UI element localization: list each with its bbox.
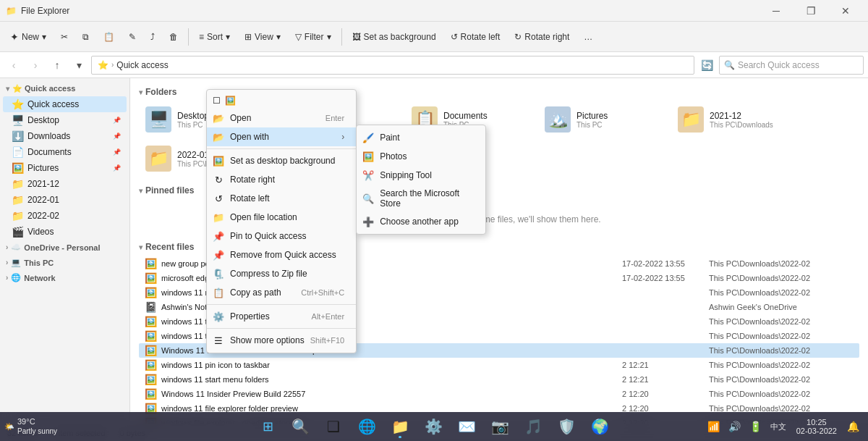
ctx-more[interactable]: ☰ Show more options Shift+F10 xyxy=(207,331,356,350)
taskbar-search[interactable]: 🔍 xyxy=(285,413,315,440)
sys-network-icon[interactable]: 📶 xyxy=(705,419,723,434)
taskbar-task-view[interactable]: ❑ xyxy=(318,413,349,440)
toolbar-paste[interactable]: 📋 xyxy=(98,29,120,45)
sidebar-item-quick-access[interactable]: ⭐ Quick access xyxy=(3,96,127,112)
rotate-right-button[interactable]: ↻ Rotate right xyxy=(509,29,575,45)
ctx-checkbox[interactable]: ☐ xyxy=(213,96,221,106)
taskbar-camera[interactable]: 📷 xyxy=(485,413,515,440)
file-loc-1: This PC\Downloads\2022-02 xyxy=(709,259,854,268)
ctx-copy-path[interactable]: 📋 Copy as path Ctrl+Shift+C xyxy=(207,283,356,302)
sub-paint[interactable]: 🖌️ Paint xyxy=(357,128,485,147)
onedrive-group[interactable]: › ☁️ OneDrive - Personal xyxy=(0,240,129,255)
toolbar-delete[interactable]: 🗑 xyxy=(163,29,184,45)
refresh-button[interactable]: 🔄 xyxy=(697,56,716,75)
file-loc-6: This PC\Downloads\2022-02 xyxy=(709,332,854,340)
toolbar-copy[interactable]: ⧉ xyxy=(77,29,95,45)
ctx-setbg-label: Set as desktop background xyxy=(230,156,344,166)
thispc-group[interactable]: › 💻 This PC xyxy=(0,255,129,270)
maximize-button[interactable]: ❐ xyxy=(794,0,827,22)
sidebar-item-videos[interactable]: 🎬 Videos xyxy=(3,224,127,240)
ctx-setbg-icon: 🖼️ xyxy=(213,155,224,167)
pictures-pin-icon: 📌 xyxy=(113,164,121,172)
toolbar-rename[interactable]: ✎ xyxy=(123,29,142,45)
filter-icon: ▽ xyxy=(295,32,302,42)
nav-up[interactable]: ↑ xyxy=(48,56,67,75)
ctx-pin[interactable]: 📌 Pin to Quick access xyxy=(207,227,356,245)
folder-pictures[interactable]: 🏔️ Pictures This PC xyxy=(538,101,668,138)
sys-notification-icon[interactable]: 🔔 xyxy=(844,419,862,434)
pinned-toggle[interactable]: ▾ xyxy=(139,187,142,195)
more-options-button[interactable]: … xyxy=(578,29,598,45)
weather-icon: 🌤️ xyxy=(4,422,14,432)
ctx-compress-label: Compress to Zip file xyxy=(230,269,344,279)
ctx-open-loc[interactable]: 📁 Open file location xyxy=(207,208,356,227)
pictures-folder-path: This PC xyxy=(576,121,608,129)
taskbar-shield[interactable]: 🛡️ xyxy=(551,413,582,440)
nav-forward[interactable]: › xyxy=(26,56,45,75)
quick-access-group[interactable]: ▾ ⭐ Quick access xyxy=(0,81,129,96)
ctx-remove-pin[interactable]: 📌 Remove from Quick access xyxy=(207,245,356,264)
file-row-8[interactable]: 🖼️ windows 11 pin icon to taskbar 2 12:2… xyxy=(139,358,859,372)
rotate-left-button[interactable]: ↺ Rotate left xyxy=(445,29,506,45)
ctx-compress[interactable]: 🗜️ Compress to Zip file xyxy=(207,264,356,283)
taskbar-edge[interactable]: 🌐 xyxy=(352,413,382,440)
app-icon: 📁 xyxy=(6,6,17,16)
nav-recent[interactable]: ▾ xyxy=(69,56,88,75)
toolbar-share[interactable]: ⤴ xyxy=(145,29,161,45)
sidebar: ▾ ⭐ Quick access ⭐ Quick access 🖥️ Deskt… xyxy=(0,78,130,424)
ctx-rotate-left[interactable]: ↺ Rotate left xyxy=(207,189,356,208)
ctx-rotate-right[interactable]: ↻ Rotate right xyxy=(207,170,356,189)
search-box[interactable]: 🔍 Search Quick access xyxy=(719,56,864,75)
minimize-button[interactable]: ─ xyxy=(760,0,793,22)
sidebar-item-2021-12[interactable]: 📁 2021-12 xyxy=(3,176,127,192)
sub-photos[interactable]: 🖼️ Photos xyxy=(357,147,485,166)
taskbar-settings[interactable]: ⚙️ xyxy=(418,413,448,440)
taskbar-file-explorer[interactable]: 📁 xyxy=(385,413,415,440)
pictures-icon: 🖼️ xyxy=(12,162,23,174)
address-path[interactable]: ⭐ › Quick access xyxy=(91,56,694,75)
sys-volume-icon[interactable]: 🔊 xyxy=(726,419,744,434)
weather-widget[interactable]: 🌤️ 39°C Partly sunny xyxy=(4,417,57,435)
sidebar-item-pictures[interactable]: 🖼️ Pictures 📌 xyxy=(3,160,127,176)
clock-date: 02-03-2022 xyxy=(796,427,837,435)
folder-2021-12[interactable]: 📁 2021-12 This PC\Downloads xyxy=(671,101,801,138)
sidebar-item-downloads[interactable]: ⬇️ Downloads 📌 xyxy=(3,128,127,144)
sub-choose[interactable]: ➕ Choose another app xyxy=(357,212,485,231)
settings-icon: ⚙️ xyxy=(425,418,443,435)
sys-lang-icon[interactable]: 中文 xyxy=(767,420,789,434)
sys-battery-icon[interactable]: 🔋 xyxy=(746,419,765,434)
ctx-compress-icon: 🗜️ xyxy=(213,268,224,280)
sub-snipping[interactable]: ✂️ Snipping Tool xyxy=(357,166,485,185)
start-button[interactable]: ⊞ xyxy=(253,413,282,440)
sort-button[interactable]: ≡ Sort ▾ xyxy=(193,29,236,45)
nav-back[interactable]: ‹ xyxy=(4,56,23,75)
toolbar-cut[interactable]: ✂ xyxy=(55,29,74,45)
ctx-properties[interactable]: ⚙️ Properties Alt+Enter xyxy=(207,307,356,326)
sidebar-item-desktop[interactable]: 🖥️ Desktop 📌 xyxy=(3,112,127,128)
taskbar-music[interactable]: 🎵 xyxy=(518,413,548,440)
close-button[interactable]: ✕ xyxy=(829,0,862,22)
sub-ms-store[interactable]: 🔍 Search the Microsoft Store xyxy=(357,185,485,212)
set-background-button[interactable]: 🖼 Set as background xyxy=(346,29,442,45)
view-button[interactable]: ⊞ View ▾ xyxy=(239,29,286,45)
new-button[interactable]: ✦ New ▾ xyxy=(4,28,52,46)
filter-button[interactable]: ▽ Filter ▾ xyxy=(289,29,337,45)
sidebar-item-documents[interactable]: 📄 Documents 📌 xyxy=(3,144,127,160)
network-group[interactable]: › 🌐 Network xyxy=(0,270,129,285)
system-clock[interactable]: 10:25 02-03-2022 xyxy=(792,416,841,437)
recent-toggle[interactable]: ▾ xyxy=(139,243,142,251)
file-name-col-9: 🖼️ windows 11 start menu folders xyxy=(145,374,622,385)
file-row-9[interactable]: 🖼️ windows 11 start menu folders 2 12:21… xyxy=(139,372,859,387)
taskbar-mail[interactable]: ✉️ xyxy=(451,413,482,440)
file-row-10[interactable]: 🖼️ Windows 11 Insider Preview Build 2255… xyxy=(139,387,859,401)
edge-icon: 🌐 xyxy=(358,418,376,435)
sidebar-item-2022-02[interactable]: 📁 2022-02 xyxy=(3,208,127,224)
folders-toggle[interactable]: ▾ xyxy=(139,88,142,96)
ctx-open[interactable]: 📂 Open Enter xyxy=(207,109,356,127)
sidebar-item-2022-01[interactable]: 📁 2022-01 xyxy=(3,192,127,208)
file-icon-7: 🖼️ xyxy=(145,345,157,356)
ctx-open-with[interactable]: 📂 Open with › 🖌️ Paint 🖼️ Photos ✂️ xyxy=(207,127,356,146)
taskbar-globe[interactable]: 🌍 xyxy=(584,413,615,440)
file-loc-9: This PC\Downloads\2022-02 xyxy=(709,375,854,384)
ctx-set-bg[interactable]: 🖼️ Set as desktop background xyxy=(207,151,356,170)
